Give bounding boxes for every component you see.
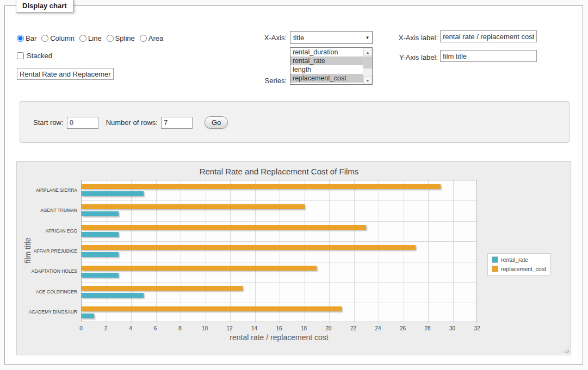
gridline xyxy=(156,180,157,323)
legend-swatch xyxy=(492,256,498,263)
num-rows-label: Number of rows: xyxy=(106,118,158,127)
x-tick-label: 30 xyxy=(449,325,455,331)
chart-type-label: Area xyxy=(148,34,163,42)
gridline xyxy=(82,262,478,262)
chart-container: Rental Rate and Replacement Cost of Film… xyxy=(16,161,571,355)
gridline xyxy=(428,180,429,323)
start-row-input[interactable] xyxy=(67,117,98,129)
gridline xyxy=(230,180,231,323)
gridline xyxy=(107,180,107,323)
x-tick-label: 28 xyxy=(424,325,430,331)
y-tick-label: AGENT TRUMAN xyxy=(17,208,77,213)
gridline xyxy=(181,180,181,323)
legend-item-replacement_cost: replacement_cost xyxy=(492,266,546,272)
bar-replacement_cost xyxy=(82,204,305,209)
chart-type-label: Line xyxy=(88,34,102,42)
chart-plot-area xyxy=(81,180,477,322)
chart-type-option-bar[interactable]: Bar xyxy=(17,34,36,42)
x-tick-label: 12 xyxy=(226,325,232,331)
x-tick-label: 6 xyxy=(154,325,157,331)
bar-replacement_cost xyxy=(82,266,317,271)
series-label: Series: xyxy=(222,77,287,85)
y-tick-label: ADAPTATION HOLES xyxy=(17,268,77,274)
x-tick-label: 2 xyxy=(104,325,108,331)
y-tick-label: AIRPLANE SIERRA xyxy=(17,187,77,193)
chart-type-option-spline[interactable]: Spline xyxy=(107,34,135,42)
bar-rental_rate xyxy=(82,313,94,318)
x-axis-select-label: X-Axis: xyxy=(222,34,287,42)
x-tick-label: 18 xyxy=(301,325,307,331)
y-axis-label-input[interactable] xyxy=(440,50,537,62)
gridline xyxy=(404,180,404,323)
x-axis-label-label: X-Axis label: xyxy=(351,34,438,42)
chart-type-radio-spline[interactable] xyxy=(107,35,114,42)
scroll-down-icon[interactable]: ▼ xyxy=(363,76,372,84)
bar-replacement_cost xyxy=(82,225,366,230)
chart-x-axis-label: rental rate / replacement cost xyxy=(81,333,477,342)
num-rows-input[interactable] xyxy=(161,117,193,129)
x-tick-label: 22 xyxy=(350,325,356,331)
bar-rental_rate xyxy=(82,211,119,216)
stacked-checkbox[interactable] xyxy=(17,52,24,59)
chart-type-option-area[interactable]: Area xyxy=(140,34,163,42)
x-tick-label: 16 xyxy=(276,325,282,331)
gridline xyxy=(82,221,478,222)
chart-type-label: Column xyxy=(50,34,75,42)
y-tick-label: ACE GOLDFINGER xyxy=(17,289,77,294)
chart-type-label: Spline xyxy=(115,34,135,42)
x-tick-label: 4 xyxy=(129,325,132,331)
gridline xyxy=(379,180,379,323)
gridline xyxy=(131,180,132,323)
bar-replacement_cost xyxy=(82,306,342,311)
stacked-option[interactable]: Stacked xyxy=(17,52,52,60)
x-tick-label: 20 xyxy=(325,325,331,331)
x-tick-label: 8 xyxy=(178,325,182,331)
bar-replacement_cost xyxy=(82,184,441,189)
x-tick-label: 26 xyxy=(400,325,406,331)
chart-type-radio-column[interactable] xyxy=(41,35,48,42)
legend-label: rental_rate xyxy=(501,256,528,263)
chart-legend: rental_ratereplacement_cost xyxy=(487,253,550,275)
y-tick-label: AFFAIR PREJUDICE xyxy=(17,248,77,254)
legend-item-rental_rate: rental_rate xyxy=(492,256,546,263)
series-option-replacement_cost[interactable]: replacement_cost xyxy=(290,74,363,83)
x-tick-label: 32 xyxy=(474,325,480,331)
chart-type-radios: BarColumnLineSplineArea xyxy=(17,34,163,42)
x-axis-label-input[interactable] xyxy=(440,30,537,42)
chart-type-option-column[interactable]: Column xyxy=(41,34,75,42)
gridline xyxy=(82,200,478,201)
chart-title-input[interactable] xyxy=(17,68,114,80)
gridline xyxy=(280,180,280,323)
rows-panel: Start row: Number of rows: Go xyxy=(20,101,570,143)
legend-label: replacement_cost xyxy=(501,266,546,272)
gridline xyxy=(82,303,478,303)
stacked-label: Stacked xyxy=(27,52,52,60)
chart-type-radio-bar[interactable] xyxy=(17,35,24,42)
chart-type-radio-area[interactable] xyxy=(140,35,147,42)
bar-rental_rate xyxy=(82,293,144,298)
gridline xyxy=(255,180,256,323)
resize-handle-icon[interactable] xyxy=(562,347,569,353)
gridline xyxy=(329,180,330,323)
gridline xyxy=(82,241,478,242)
chart-title: Rental Rate and Replacement Cost of Film… xyxy=(81,167,477,176)
gridline xyxy=(453,180,454,323)
fieldset-legend: Display chart xyxy=(16,0,73,12)
legend-swatch xyxy=(492,266,498,272)
chart-type-radio-line[interactable] xyxy=(79,35,86,42)
gridline xyxy=(82,282,478,283)
bar-rental_rate xyxy=(82,252,119,257)
x-tick-label: 0 xyxy=(79,325,83,331)
gridline xyxy=(206,180,206,323)
bar-rental_rate xyxy=(82,273,119,278)
series-option-length[interactable]: length xyxy=(290,65,363,74)
rows-panel-controls: Start row: Number of rows: Go xyxy=(33,116,228,129)
chart-type-option-line[interactable]: Line xyxy=(79,34,102,42)
go-button[interactable]: Go xyxy=(205,116,228,129)
y-axis-label-label: Y-Axis label: xyxy=(351,53,438,61)
bar-replacement_cost xyxy=(82,286,243,291)
chart-canvas: Rental Rate and Replacement Cost of Film… xyxy=(17,162,571,355)
bar-replacement_cost xyxy=(82,245,416,250)
x-tick-label: 24 xyxy=(375,325,381,331)
gridline xyxy=(354,180,355,323)
